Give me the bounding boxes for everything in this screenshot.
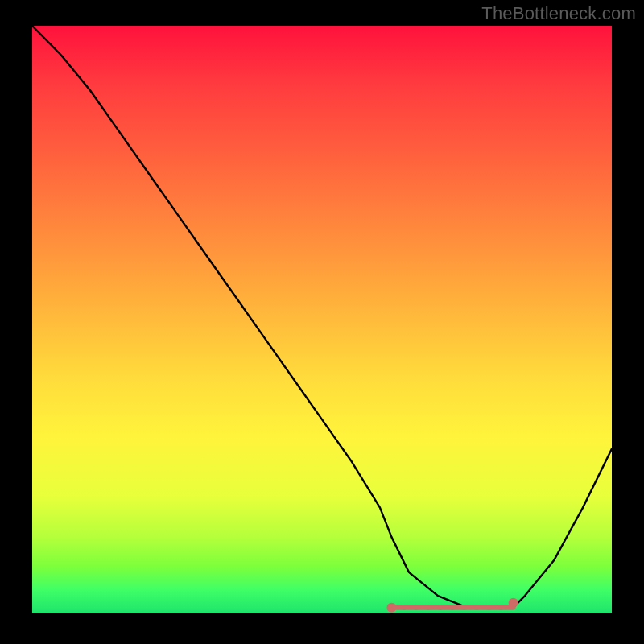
minimum-marker-dot <box>462 605 467 610</box>
minimum-marker-group <box>386 598 518 613</box>
minimum-marker-dot <box>498 605 503 610</box>
minimum-marker-dot <box>474 605 479 610</box>
minimum-marker-dot <box>486 605 491 610</box>
minimum-marker-dot <box>401 605 406 610</box>
minimum-marker-dot <box>413 605 418 610</box>
bottleneck-curve-path <box>32 26 612 608</box>
bottleneck-curve-group <box>32 26 612 608</box>
minimum-marker-endpoint <box>509 598 518 608</box>
watermark-text: TheBottleneck.com <box>481 3 636 24</box>
minimum-marker-endpoint <box>386 603 396 613</box>
minimum-marker-dot <box>426 605 431 610</box>
chart-svg-overlay <box>32 26 612 613</box>
minimum-marker-dot <box>438 605 443 610</box>
minimum-marker-dot <box>450 605 455 610</box>
chart-frame: TheBottleneck.com <box>0 0 644 644</box>
